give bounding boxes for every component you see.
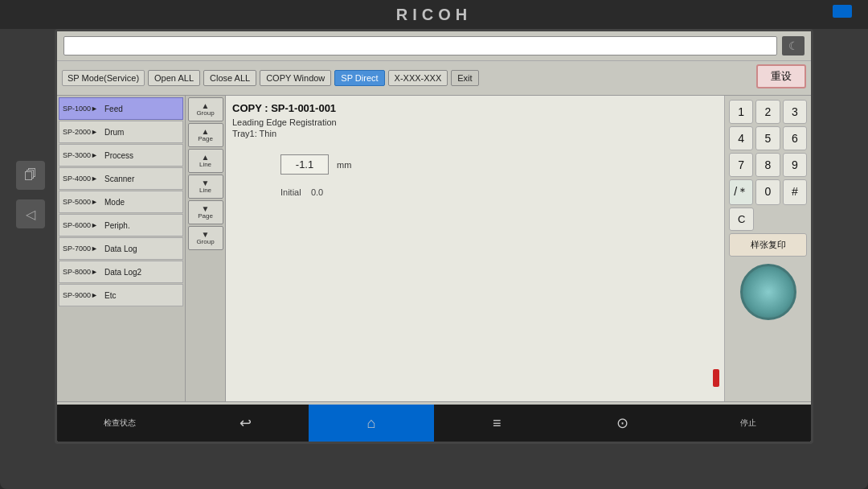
line-up-button[interactable]: ▲ Line bbox=[188, 149, 223, 173]
open-all-button[interactable]: Open ALL bbox=[148, 70, 200, 86]
menu-icon: ≡ bbox=[493, 415, 502, 432]
sp-code-7: SP-7000► bbox=[63, 244, 104, 253]
content-panel: COPY : SP-1-001-001 Leading Edge Registr… bbox=[226, 96, 724, 425]
home-icon: ⌂ bbox=[366, 415, 375, 432]
sample-print-button[interactable]: 样张复印 bbox=[729, 233, 807, 257]
page-down-button[interactable]: ▼ Page bbox=[188, 200, 223, 224]
search-bar: ☾ bbox=[57, 31, 811, 61]
nav-back[interactable]: ↩ bbox=[182, 405, 308, 442]
nav-stop[interactable]: 停止 bbox=[686, 405, 811, 442]
nav-check-label: 检查状态 bbox=[104, 417, 136, 429]
sp-item-4000[interactable]: SP-4000► Scanner bbox=[59, 167, 183, 190]
sp-item-7000[interactable]: SP-7000► Data Log bbox=[59, 237, 183, 260]
search-input[interactable] bbox=[63, 36, 777, 55]
sp-name-1: Feed bbox=[104, 105, 123, 113]
main-area: SP-1000► Feed SP-2000► Drum SP-3000► Pro… bbox=[57, 96, 811, 425]
sp-item-2000[interactable]: SP-2000► Drum bbox=[59, 121, 183, 143]
sp-name-7: Data Log bbox=[104, 244, 137, 253]
nav-menu[interactable]: ≡ bbox=[434, 405, 559, 442]
sp-code-2: SP-2000► bbox=[63, 128, 104, 136]
sp-direct-button[interactable]: SP Direct bbox=[334, 70, 384, 86]
sp-code-6: SP-6000► bbox=[63, 221, 104, 229]
sp-name-2: Drum bbox=[104, 128, 124, 137]
status-indicator bbox=[833, 5, 852, 18]
value-unit: mm bbox=[337, 160, 351, 170]
keypad-panel: 1 2 3 4 5 6 7 8 9 /＊ 0 # C bbox=[724, 96, 811, 425]
device-bezel: RICOH 🗍 ◁ ☾ SP Mode(Service) Open ALL Cl… bbox=[0, 0, 868, 489]
key-4[interactable]: 4 bbox=[729, 126, 753, 150]
keypad-grid: 1 2 3 4 5 6 7 8 9 /＊ 0 # bbox=[729, 100, 807, 205]
key-hash[interactable]: # bbox=[783, 179, 807, 205]
key-8[interactable]: 8 bbox=[755, 153, 780, 177]
sp-item-3000[interactable]: SP-3000► Process bbox=[59, 144, 183, 166]
reset-button[interactable]: 重设 bbox=[756, 64, 806, 88]
key-slash-star[interactable]: /＊ bbox=[729, 179, 753, 205]
key-0[interactable]: 0 bbox=[755, 179, 780, 205]
sp-item-8000[interactable]: SP-8000► Data Log2 bbox=[59, 261, 183, 283]
value-display: -1.1 bbox=[280, 154, 329, 175]
sp-item-5000[interactable]: SP-5000► Mode bbox=[59, 191, 183, 213]
screen-inner: ☾ SP Mode(Service) Open ALL Close ALL CO… bbox=[57, 31, 811, 442]
sp-name-3: Process bbox=[104, 151, 133, 160]
clear-button[interactable]: C bbox=[729, 208, 754, 231]
sp-item-6000[interactable]: SP-6000► Periph. bbox=[59, 214, 183, 236]
ricoh-logo: RICOH bbox=[396, 6, 472, 24]
sp-name-8: Data Log2 bbox=[104, 268, 141, 277]
sp-item-1000[interactable]: SP-1000► Feed bbox=[59, 97, 183, 120]
sp-name-9: Etc bbox=[104, 291, 116, 300]
sp-code-8: SP-8000► bbox=[63, 268, 104, 276]
bottom-nav: 检查状态 ↩ ⌂ ≡ ⊙ 停止 bbox=[57, 405, 811, 442]
key-1[interactable]: 1 bbox=[729, 100, 753, 124]
exit-button[interactable]: Exit bbox=[451, 70, 478, 86]
scroll-controls: ▲ Group ▲ Page ▲ Line ▼ Line bbox=[186, 96, 226, 425]
screen: ☾ SP Mode(Service) Open ALL Close ALL CO… bbox=[55, 29, 813, 444]
dial-knob[interactable] bbox=[740, 264, 796, 320]
initial-row: Initial 0.0 bbox=[280, 187, 718, 197]
value-row: -1.1 mm bbox=[280, 154, 718, 175]
close-all-button[interactable]: Close ALL bbox=[203, 70, 256, 86]
nav-stop-label: 停止 bbox=[740, 417, 756, 429]
key-9[interactable]: 9 bbox=[783, 153, 807, 177]
arrow-icon[interactable]: ◁ bbox=[16, 199, 45, 228]
key-6[interactable]: 6 bbox=[783, 126, 807, 150]
content-subtitle: Leading Edge Registration bbox=[232, 117, 718, 127]
key-7[interactable]: 7 bbox=[729, 153, 753, 177]
sp-code-5: SP-5000► bbox=[63, 198, 104, 206]
initial-value: 0.0 bbox=[311, 187, 323, 197]
sp-code-1: SP-1000► bbox=[63, 105, 104, 113]
key-5[interactable]: 5 bbox=[755, 126, 780, 150]
cancel-icon: ⊙ bbox=[616, 414, 628, 432]
sp-mode-label: SP Mode(Service) bbox=[62, 70, 145, 86]
initial-label: Initial bbox=[280, 187, 301, 197]
left-side-buttons: 🗍 ◁ bbox=[16, 161, 45, 228]
page-up-button[interactable]: ▲ Page bbox=[188, 123, 223, 147]
copy-window-button[interactable]: COPY Window bbox=[260, 70, 331, 86]
sp-code-3: SP-3000► bbox=[63, 151, 104, 159]
sp-code-4: SP-4000► bbox=[63, 175, 104, 183]
red-indicator bbox=[713, 369, 719, 387]
sp-code-9: SP-9000► bbox=[63, 291, 104, 299]
key-2[interactable]: 2 bbox=[755, 100, 780, 124]
nav-home[interactable]: ⌂ bbox=[309, 405, 434, 442]
content-tray: Tray1: Thin bbox=[232, 129, 718, 138]
ricoh-header: RICOH bbox=[0, 0, 868, 29]
x-xxx-xxx-button[interactable]: X-XXX-XXX bbox=[388, 70, 448, 86]
sp-sidebar: SP-1000► Feed SP-2000► Drum SP-3000► Pro… bbox=[57, 96, 186, 425]
back-icon: ↩ bbox=[240, 414, 252, 432]
copy-icon[interactable]: 🗍 bbox=[16, 161, 45, 190]
key-3[interactable]: 3 bbox=[783, 100, 807, 124]
nav-check-status[interactable]: 检查状态 bbox=[57, 405, 182, 442]
group-down-button[interactable]: ▼ Group bbox=[188, 226, 223, 250]
moon-button[interactable]: ☾ bbox=[782, 36, 805, 55]
keypad-bottom: C 样张复印 bbox=[729, 208, 807, 257]
line-down-button[interactable]: ▼ Line bbox=[188, 175, 223, 199]
sp-item-9000[interactable]: SP-9000► Etc bbox=[59, 284, 183, 306]
sp-name-6: Periph. bbox=[104, 221, 130, 230]
sp-name-5: Mode bbox=[104, 198, 125, 207]
group-up-button[interactable]: ▲ Group bbox=[188, 97, 223, 121]
nav-cancel[interactable]: ⊙ bbox=[559, 405, 685, 442]
toolbar: SP Mode(Service) Open ALL Close ALL COPY… bbox=[57, 61, 811, 96]
content-title: COPY : SP-1-001-001 bbox=[232, 102, 718, 114]
sp-name-4: Scanner bbox=[104, 175, 134, 183]
